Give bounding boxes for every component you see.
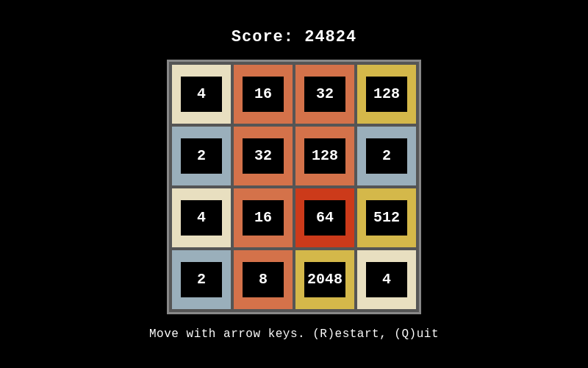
tile-value-r1-c0: 2 [197, 147, 206, 164]
score-text: Score: 24824 [232, 28, 356, 46]
tile-r1-c2: 128 [295, 127, 354, 185]
game-board: 416321282321282416645122820484 [167, 60, 421, 314]
tile-r0-c0: 4 [172, 65, 231, 124]
tile-r1-c3: 2 [357, 127, 416, 185]
tile-value-r2-c1: 16 [254, 209, 272, 226]
tile-value-r1-c1: 32 [254, 147, 272, 164]
tile-value-r0-c3: 128 [373, 85, 400, 102]
tile-r2-c0: 4 [172, 188, 231, 247]
tile-value-r3-c0: 2 [197, 271, 206, 288]
tile-value-r2-c0: 4 [197, 209, 206, 226]
tile-r0-c3: 128 [357, 65, 416, 124]
tile-r1-c1: 32 [234, 127, 293, 185]
tile-value-r2-c2: 64 [316, 209, 334, 226]
tile-value-r0-c0: 4 [197, 85, 206, 102]
tile-r1-c0: 2 [172, 127, 231, 185]
tile-value-r0-c2: 32 [316, 85, 334, 102]
instructions-text: Move with arrow keys. (R)estart, (Q)uit [149, 328, 439, 341]
tile-r2-c3: 512 [357, 188, 416, 247]
tile-value-r3-c3: 4 [382, 271, 391, 288]
tile-value-r3-c2: 2048 [307, 271, 343, 288]
tile-r0-c2: 32 [295, 65, 354, 124]
tile-value-r0-c1: 16 [254, 85, 272, 102]
tile-value-r1-c3: 2 [382, 147, 391, 164]
tile-r3-c1: 8 [234, 250, 293, 309]
score-display: Score: 24824 [232, 28, 356, 46]
tile-r3-c3: 4 [357, 250, 416, 309]
tile-value-r1-c2: 128 [312, 147, 338, 164]
tile-r2-c2: 64 [295, 188, 354, 247]
tile-value-r3-c1: 8 [259, 271, 268, 288]
tile-r0-c1: 16 [234, 65, 293, 124]
tile-r3-c0: 2 [172, 250, 231, 309]
tile-value-r2-c3: 512 [373, 209, 400, 226]
tile-r3-c2: 2048 [295, 250, 354, 309]
tile-r2-c1: 16 [234, 188, 293, 247]
